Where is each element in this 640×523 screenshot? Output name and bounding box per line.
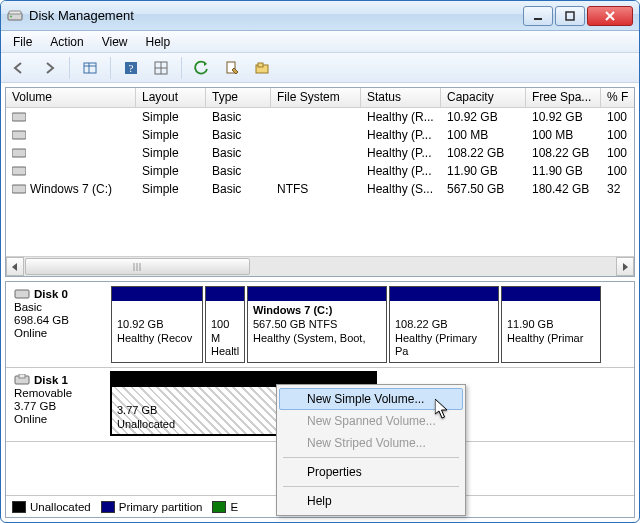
disk0-partition[interactable]: Windows 7 (C:)567.50 GB NTFSHealthy (Sys… <box>247 286 387 363</box>
volume-icon <box>12 130 26 140</box>
disk0-partition[interactable]: 11.90 GBHealthy (Primar <box>501 286 601 363</box>
mouse-cursor <box>435 399 449 419</box>
cell-type: Basic <box>206 127 271 143</box>
legend-extended: E <box>230 501 238 513</box>
cell-free: 10.92 GB <box>526 109 601 125</box>
table-row[interactable]: SimpleBasicHealthy (P...108.22 GB108.22 … <box>6 144 634 162</box>
back-button[interactable] <box>7 56 31 80</box>
toolbar: ? <box>1 53 639 83</box>
svg-rect-22 <box>12 185 26 193</box>
svg-rect-4 <box>566 12 574 20</box>
disk0-partition[interactable]: 10.92 GBHealthy (Recov <box>111 286 203 363</box>
volume-list-header: Volume Layout Type File System Status Ca… <box>6 88 634 108</box>
cell-status: Healthy (R... <box>361 109 441 125</box>
legend-swatch-primary <box>101 501 115 513</box>
cell-fs <box>271 134 361 136</box>
col-type[interactable]: Type <box>206 88 271 107</box>
col-volume[interactable]: Volume <box>6 88 136 107</box>
cell-layout: Simple <box>136 181 206 197</box>
ctx-separator <box>283 457 459 458</box>
cell-status: Healthy (P... <box>361 145 441 161</box>
volume-list: Volume Layout Type File System Status Ca… <box>5 87 635 277</box>
window-title: Disk Management <box>29 8 523 23</box>
disk-row-0: Disk 0 Basic 698.64 GB Online 10.92 GBHe… <box>6 282 634 368</box>
titlebar[interactable]: Disk Management <box>1 1 639 31</box>
refresh-icon[interactable] <box>190 56 214 80</box>
scroll-track[interactable] <box>24 257 616 276</box>
menu-file[interactable]: File <box>5 33 40 51</box>
settings-icon[interactable] <box>250 56 274 80</box>
col-filesystem[interactable]: File System <box>271 88 361 107</box>
ctx-properties[interactable]: Properties <box>279 461 463 483</box>
col-percent[interactable]: % F <box>601 88 634 107</box>
help-icon[interactable]: ? <box>119 56 143 80</box>
cell-type: Basic <box>206 109 271 125</box>
disk0-state: Online <box>14 327 103 339</box>
close-button[interactable] <box>587 6 633 26</box>
toolbar-separator <box>181 57 182 79</box>
legend-swatch-unallocated <box>12 501 26 513</box>
toolbar-separator <box>69 57 70 79</box>
cell-layout: Simple <box>136 145 206 161</box>
ctx-new-striped-volume: New Striped Volume... <box>279 432 463 454</box>
col-layout[interactable]: Layout <box>136 88 206 107</box>
minimize-button[interactable] <box>523 6 553 26</box>
legend-unallocated: Unallocated <box>30 501 91 513</box>
menu-action[interactable]: Action <box>42 33 91 51</box>
properties-icon[interactable] <box>220 56 244 80</box>
cell-layout: Simple <box>136 163 206 179</box>
disk1-type: Removable <box>14 387 103 399</box>
scroll-right-button[interactable] <box>616 257 634 276</box>
app-icon <box>7 8 23 24</box>
disk0-label[interactable]: Disk 0 Basic 698.64 GB Online <box>6 282 111 367</box>
menu-view[interactable]: View <box>94 33 136 51</box>
toolbar-separator <box>110 57 111 79</box>
svg-rect-2 <box>9 11 21 14</box>
grid-icon[interactable] <box>149 56 173 80</box>
svg-text:?: ? <box>129 62 134 74</box>
cell-percent: 100 <box>601 109 634 125</box>
menu-help[interactable]: Help <box>138 33 179 51</box>
col-status[interactable]: Status <box>361 88 441 107</box>
cell-percent: 32 <box>601 181 634 197</box>
col-capacity[interactable]: Capacity <box>441 88 526 107</box>
disk0-partition[interactable]: 100 MHealtl <box>205 286 245 363</box>
legend-swatch-extended <box>212 501 226 513</box>
scroll-thumb[interactable] <box>25 258 250 275</box>
partition-status: Unallocated <box>117 418 175 430</box>
cell-percent: 100 <box>601 145 634 161</box>
cell-type: Basic <box>206 163 271 179</box>
cell-percent: 100 <box>601 163 634 179</box>
col-free[interactable]: Free Spa... <box>526 88 601 107</box>
table-row[interactable]: SimpleBasicHealthy (R...10.92 GB10.92 GB… <box>6 108 634 126</box>
cell-layout: Simple <box>136 127 206 143</box>
scroll-left-button[interactable] <box>6 257 24 276</box>
disk1-state: Online <box>14 413 103 425</box>
cell-fs <box>271 170 361 172</box>
cell-capacity: 567.50 GB <box>441 181 526 197</box>
table-row[interactable]: Windows 7 (C:)SimpleBasicNTFSHealthy (S.… <box>6 180 634 198</box>
volume-icon <box>12 166 26 176</box>
disk0-title: Disk 0 <box>34 288 68 300</box>
partition-size: 3.77 GB <box>117 404 157 416</box>
cell-status: Healthy (S... <box>361 181 441 197</box>
horizontal-scrollbar[interactable] <box>6 256 634 276</box>
forward-button[interactable] <box>37 56 61 80</box>
disk1-size: 3.77 GB <box>14 400 103 412</box>
details-view-icon[interactable] <box>78 56 102 80</box>
disk0-type: Basic <box>14 301 103 313</box>
table-row[interactable]: SimpleBasicHealthy (P...11.90 GB11.90 GB… <box>6 162 634 180</box>
cell-capacity: 10.92 GB <box>441 109 526 125</box>
svg-rect-23 <box>15 290 29 298</box>
cell-capacity: 108.22 GB <box>441 145 526 161</box>
ctx-help[interactable]: Help <box>279 490 463 512</box>
table-row[interactable]: SimpleBasicHealthy (P...100 MB100 MB100 <box>6 126 634 144</box>
cell-free: 108.22 GB <box>526 145 601 161</box>
legend-primary: Primary partition <box>119 501 203 513</box>
disk0-partition[interactable]: 108.22 GBHealthy (Primary Pa <box>389 286 499 363</box>
cell-free: 180.42 GB <box>526 181 601 197</box>
cell-layout: Simple <box>136 109 206 125</box>
disk0-size: 698.64 GB <box>14 314 103 326</box>
maximize-button[interactable] <box>555 6 585 26</box>
disk1-label[interactable]: Disk 1 Removable 3.77 GB Online <box>6 368 111 441</box>
